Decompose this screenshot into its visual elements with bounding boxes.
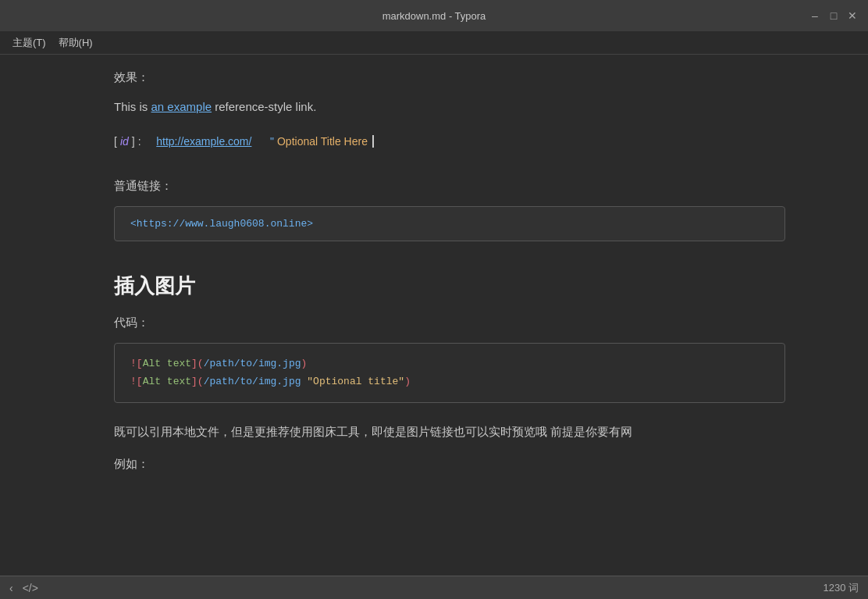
menu-theme[interactable]: 主题(T): [6, 33, 52, 53]
code-open-1: [: [137, 358, 143, 369]
code-excl-2: !: [130, 376, 137, 387]
window-title: markdown.md - Typora: [382, 10, 486, 22]
code-pclose-2: ): [404, 376, 411, 387]
code-string-2: "Optional title": [301, 376, 405, 387]
status-left: ‹ </>: [9, 582, 38, 594]
ref-id: id: [120, 135, 129, 148]
code-open-2: [: [137, 376, 143, 387]
code-pclose-1: ): [301, 358, 308, 369]
example-label: 例如：: [114, 457, 754, 472]
content-area: 效果： This is an example reference-style l…: [0, 55, 868, 576]
code-alt-1: Alt text: [143, 358, 191, 369]
status-bar: ‹ </> 1230 词: [0, 576, 868, 599]
doc-content: 效果： This is an example reference-style l…: [98, 70, 770, 480]
maximize-button[interactable]: □: [827, 9, 840, 22]
ref-title: Optional Title Here: [277, 135, 368, 148]
code-alt-2: Alt text: [143, 376, 191, 387]
code-popen-1: (: [197, 358, 204, 369]
text-cursor: [372, 135, 374, 148]
close-button[interactable]: ✕: [846, 9, 859, 22]
window-controls: – □ ✕: [809, 9, 859, 22]
ref-colon: :: [138, 135, 141, 148]
effect-label: 效果：: [114, 70, 754, 85]
desc-text: 既可以引用本地文件，但是更推荐使用图床工具，即使是图片链接也可以实时预览哦 前提…: [114, 422, 754, 442]
reference-line: [ id ] : http://example.com/ " Optional …: [114, 135, 754, 148]
nav-prev-icon[interactable]: ‹: [9, 582, 13, 594]
code-close-2: ]: [191, 376, 197, 387]
code-popen-2: (: [197, 376, 204, 387]
code-label: 代码：: [114, 316, 754, 330]
effect-link[interactable]: an example: [151, 100, 212, 113]
code-excl-1: !: [130, 358, 137, 369]
ref-close1: ]: [132, 135, 135, 148]
effect-text: This is an example reference-style link.: [114, 98, 754, 116]
image-code-line2: ![Alt text](/path/to/img.jpg "Optional t…: [130, 373, 769, 390]
code-path-1: /path/to/img.jpg: [204, 358, 301, 369]
code-path-2: /path/to/img.jpg: [204, 376, 301, 387]
image-code-line1: ![Alt text](/path/to/img.jpg): [130, 355, 769, 373]
title-bar: markdown.md - Typora – □ ✕: [0, 0, 868, 31]
code-view-icon[interactable]: </>: [23, 582, 38, 594]
menu-bar: 主题(T) 帮助(H): [0, 31, 868, 55]
insert-image-heading: 插入图片: [114, 273, 754, 300]
ref-open1: [: [114, 135, 117, 148]
image-code-block: ![Alt text](/path/to/img.jpg) ![Alt text…: [114, 343, 785, 403]
normal-link-code-block: <https://www.laugh0608.online>: [114, 206, 785, 241]
normal-link-url[interactable]: <https://www.laugh0608.online>: [130, 218, 313, 230]
menu-help[interactable]: 帮助(H): [52, 33, 99, 53]
effect-suffix: reference-style link.: [212, 100, 316, 113]
minimize-button[interactable]: –: [809, 9, 821, 22]
ref-quote: ": [270, 135, 274, 148]
effect-prefix: This is: [114, 100, 151, 113]
code-close-1: ]: [191, 358, 197, 369]
word-count: 1230 词: [823, 581, 859, 595]
ref-url[interactable]: http://example.com/: [156, 135, 251, 148]
normal-link-label: 普通链接：: [114, 179, 754, 194]
